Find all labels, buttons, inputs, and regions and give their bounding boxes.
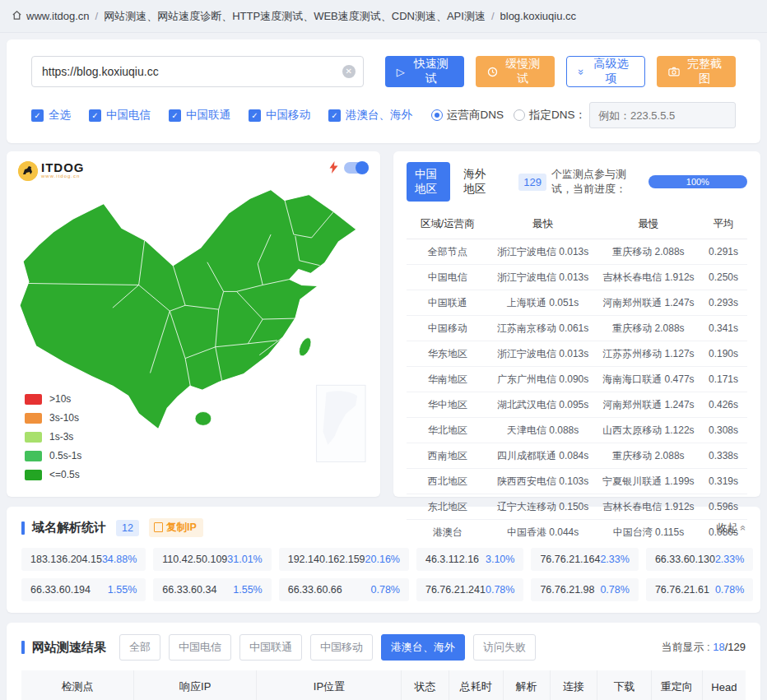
tab-china-region[interactable]: 中国地区 (407, 162, 450, 202)
ip-item[interactable]: 66.33.60.1941.55% (21, 578, 146, 601)
breadcrumb-separator: / (95, 10, 99, 22)
ip-item[interactable]: 110.42.50.10931.01% (153, 548, 271, 571)
ip-item[interactable]: 76.76.21.2410.78% (416, 578, 523, 601)
filter-overseas[interactable]: 港澳台、海外 (381, 634, 465, 661)
ip-grid: 183.136.204.1534.88% 110.42.50.10931.01%… (21, 548, 746, 601)
breadcrumb: www.itdog.cn / 网站测速、网站速度诊断、HTTP速度测试、WEB速… (0, 0, 767, 33)
search-panel: ✕ ▷ 快速测试 缓慢测试 » 高级选项 完整截图 ✓ 全选 ✓ (7, 39, 760, 143)
collapse-button[interactable]: 收起 » (716, 521, 746, 535)
speed-results-panel: 网站测速结果 全部 中国电信 中国联通 中国移动 港澳台、海外 访问失败 当前显… (7, 623, 760, 700)
region-row: 东北地区辽宁大连移动 0.150s吉林长春电信 1.912s0.596s (407, 494, 747, 520)
legend-swatch (25, 394, 42, 405)
region-results-panel: 中国地区 海外地区 129 个监测点参与测试，当前进度： 100% 区域/运营商… (393, 151, 760, 497)
filter-china-unicom[interactable]: 中国联通 (239, 634, 302, 661)
speed-table: 检测点 响应IP IP位置 状态 总耗时 解析 连接 下载 重定向 Head 海… (21, 670, 746, 700)
hainan-island (195, 412, 212, 426)
section-accent-bar (21, 522, 25, 535)
legend-item: <=0.5s (25, 469, 81, 480)
ip-item[interactable]: 46.3.112.163.10% (416, 548, 523, 571)
play-icon: ▷ (397, 66, 405, 78)
legend-swatch (25, 413, 42, 424)
filter-china-telecom[interactable]: 中国电信 (169, 634, 231, 661)
logo-text: ITDOG (41, 161, 85, 174)
ip-item[interactable]: 76.76.21.980.78% (531, 578, 638, 601)
logo-subtext: www.itdog.cn (41, 174, 85, 178)
progress-label: 个监测点参与测试，当前进度： (551, 167, 644, 197)
screenshot-button[interactable]: 完整截图 (657, 56, 736, 87)
legend-swatch (25, 432, 42, 443)
radio-custom-dns[interactable]: 指定DNS： (514, 108, 586, 123)
advanced-options-button[interactable]: » 高级选项 (566, 56, 645, 87)
copy-icon (156, 524, 163, 532)
legend-item: 0.5s-1s (25, 450, 81, 461)
dns-stats-title: 域名解析统计 (32, 520, 106, 535)
checkbox-china-unicom[interactable]: ✓ 中国联通 (169, 108, 230, 123)
checkbox-select-all[interactable]: ✓ 全选 (31, 108, 71, 123)
breadcrumb-nav[interactable]: 网站测速、网站速度诊断、HTTP速度测试、WEB速度测试、CDN测速、API测速 (104, 9, 486, 24)
home-icon[interactable] (12, 10, 22, 23)
itdog-logo-icon (18, 161, 38, 181)
chevron-down-icon: » (576, 68, 587, 74)
check-icon: ✓ (31, 109, 44, 122)
map-legend: >10s 3s-10s 1s-3s 0.5s-1s <=0.5s (25, 386, 81, 480)
breadcrumb-home[interactable]: www.itdog.cn (26, 10, 90, 22)
ip-item[interactable]: 76.76.21.610.78% (646, 578, 753, 601)
ip-item[interactable]: 66.33.60.1302.33% (646, 548, 753, 571)
checkbox-overseas[interactable]: ✓ 港澳台、海外 (328, 108, 412, 123)
check-icon: ✓ (89, 109, 101, 122)
filter-failed[interactable]: 访问失败 (473, 634, 536, 661)
dns-count-badge: 12 (116, 520, 139, 536)
region-row: 华中地区湖北武汉电信 0.095s河南郑州联通 1.247s0.426s (407, 392, 747, 418)
section-accent-bar (21, 641, 25, 654)
check-icon: ✓ (249, 109, 261, 122)
checkbox-china-mobile[interactable]: ✓ 中国移动 (249, 108, 310, 123)
region-row: 港澳台中国香港 0.044s中国台湾 0.115s0.080s (407, 520, 747, 545)
slow-test-button[interactable]: 缓慢测试 (476, 56, 555, 87)
legend-item: 1s-3s (25, 431, 81, 443)
radio-icon (431, 109, 443, 121)
region-row: 中国移动江苏南京移动 0.061s重庆移动 2.088s0.341s (407, 316, 747, 341)
taiwan-island (296, 336, 314, 358)
map-panel: ITDOG www.itdog.cn (7, 151, 380, 497)
fast-test-button[interactable]: ▷ 快速测试 (385, 56, 464, 87)
region-table-header: 区域/运营商 最快 最慢 平均 (407, 210, 747, 239)
filter-all[interactable]: 全部 (119, 634, 160, 661)
copy-ip-button[interactable]: 复制IP (149, 518, 203, 537)
breadcrumb-separator: / (491, 10, 495, 22)
map-toggle[interactable] (344, 162, 369, 174)
ip-item[interactable]: 66.33.60.341.55% (153, 578, 271, 601)
node-count-badge: 129 (518, 174, 546, 191)
ip-item[interactable]: 66.33.60.660.78% (279, 578, 409, 601)
region-row: 西南地区四川成都联通 0.084s重庆移动 2.088s0.338s (407, 443, 747, 469)
custom-dns-input[interactable] (589, 102, 736, 128)
legend-swatch (25, 470, 42, 480)
clear-icon[interactable]: ✕ (342, 65, 356, 78)
breadcrumb-current: blog.koxiuqiu.cc (500, 10, 577, 22)
chevron-up-icon: » (737, 525, 749, 531)
region-row: 全部节点浙江宁波电信 0.013s重庆移动 2.088s0.291s (407, 239, 747, 265)
check-icon: ✓ (169, 109, 181, 122)
legend-item: >10s (25, 393, 81, 405)
region-table: 区域/运营商 最快 最慢 平均 全部节点浙江宁波电信 0.013s重庆移动 2.… (407, 210, 747, 545)
speed-table-header: 检测点 响应IP IP位置 状态 总耗时 解析 连接 下载 重定向 Head (21, 670, 746, 700)
checkbox-china-telecom[interactable]: ✓ 中国电信 (89, 108, 151, 123)
region-row: 中国联通上海联通 0.051s河南郑州联通 1.247s0.293s (407, 290, 747, 316)
region-row: 华南地区广东广州电信 0.090s海南海口联通 0.477s0.171s (407, 367, 747, 392)
clock-icon (487, 67, 498, 77)
legend-swatch (25, 451, 42, 461)
region-row: 华北地区天津电信 0.088s山西太原移动 1.122s0.308s (407, 418, 747, 443)
ip-item[interactable]: 192.140.162.15920.16% (279, 548, 409, 571)
tab-overseas-region[interactable]: 海外地区 (455, 162, 499, 202)
speed-results-title: 网站测速结果 (32, 640, 106, 656)
legend-item: 3s-10s (25, 412, 81, 424)
camera-icon (668, 67, 680, 76)
lightning-icon (329, 161, 338, 174)
filter-china-mobile[interactable]: 中国移动 (310, 634, 373, 661)
radio-carrier-dns[interactable]: 运营商DNS (431, 108, 504, 123)
ip-item[interactable]: 76.76.21.1642.33% (531, 548, 638, 571)
region-row: 西北地区陕西西安电信 0.103s宁夏银川联通 1.199s0.319s (407, 469, 747, 494)
ip-item[interactable]: 183.136.204.1534.88% (21, 548, 146, 571)
url-input[interactable] (31, 56, 364, 87)
radio-icon (514, 109, 525, 121)
region-row: 中国电信浙江宁波电信 0.013s吉林长春电信 1.912s0.250s (407, 265, 747, 290)
